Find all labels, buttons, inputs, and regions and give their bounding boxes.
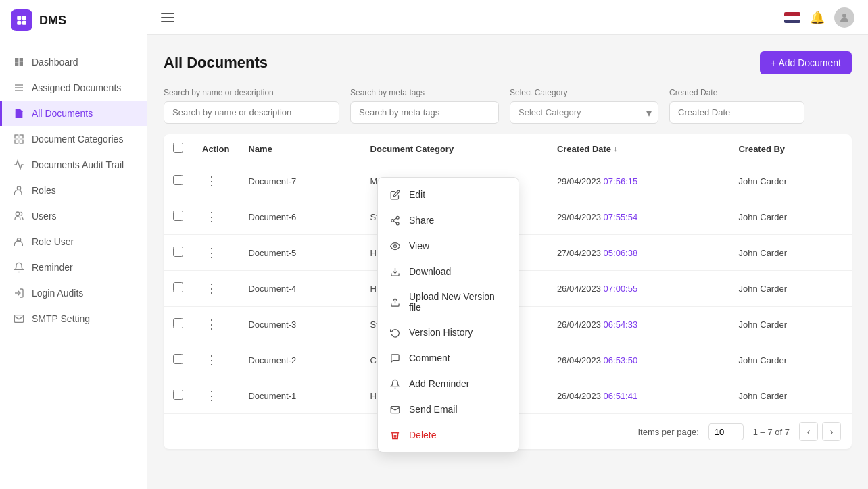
sidebar-item-assigned-documents[interactable]: Assigned Documents — [0, 75, 147, 101]
date-filter-input[interactable] — [669, 101, 804, 124]
row-name: Document-7 — [239, 163, 360, 199]
svg-rect-2 — [17, 21, 21, 25]
context-menu-upload-new-version[interactable]: Upload New Version file — [378, 284, 519, 319]
sidebar-item-all-documents-label: All Documents — [32, 108, 93, 119]
name-search-input[interactable] — [164, 101, 339, 124]
row-date: 26/04/2023 06:54:33 — [548, 307, 729, 342]
sidebar-item-login-audits[interactable]: Login Audits — [0, 280, 147, 306]
row-checkbox-cell — [164, 378, 193, 414]
pagination-nav: ‹ › — [799, 422, 841, 441]
row-created-by: John Carder — [729, 235, 852, 271]
logo-icon — [11, 9, 32, 31]
sidebar-item-role-user[interactable]: Role User — [0, 229, 147, 255]
context-menu-comment[interactable]: Comment — [378, 345, 519, 371]
svg-line-21 — [393, 218, 396, 220]
date-filter-label: Created Date — [669, 88, 804, 97]
context-menu-delete[interactable]: Delete — [378, 422, 519, 448]
context-menu-version-history-label: Version History — [409, 327, 473, 338]
select-all-checkbox[interactable] — [173, 143, 183, 153]
row-checkbox-4[interactable] — [173, 318, 183, 328]
category-select[interactable]: Select Category — [510, 101, 658, 124]
tags-filter-group: Search by meta tags — [350, 88, 499, 124]
sidebar-item-smtp-setting-label: SMTP Setting — [32, 313, 90, 324]
context-menu-send-email[interactable]: Send Email — [378, 396, 519, 422]
items-per-page-input[interactable] — [708, 423, 744, 440]
language-flag-icon[interactable] — [784, 12, 800, 23]
row-checkbox-1[interactable] — [173, 211, 183, 221]
items-per-page-label: Items per page: — [637, 427, 698, 437]
row-action-cell: ⋮ — [193, 307, 239, 342]
sidebar-item-reminder[interactable]: Reminder — [0, 255, 147, 280]
category-filter-group: Select Category Select Category — [510, 88, 658, 124]
row-time: 05:06:38 — [604, 248, 638, 258]
created-date-column-header[interactable]: Created Date ↓ — [548, 134, 729, 163]
row-action-cell: ⋮ — [193, 199, 239, 235]
sidebar-item-documents-audit-trail-label: Documents Audit Trail — [32, 159, 124, 170]
row-created-by: John Carder — [729, 163, 852, 199]
user-avatar[interactable] — [834, 7, 854, 28]
row-action-button-0[interactable]: ⋮ — [202, 172, 221, 190]
context-menu-download[interactable]: Download — [378, 259, 519, 284]
sidebar-item-login-audits-label: Login Audits — [32, 288, 83, 299]
row-checkbox-cell — [164, 342, 193, 378]
context-menu-view[interactable]: View — [378, 233, 519, 259]
tags-filter-label: Search by meta tags — [350, 88, 499, 97]
row-action-button-4[interactable]: ⋮ — [202, 315, 221, 334]
sidebar-item-all-documents[interactable]: All Documents — [0, 101, 147, 126]
sidebar-item-users[interactable]: Users — [0, 203, 147, 229]
notifications-bell-icon[interactable]: 🔔 — [810, 10, 825, 25]
sidebar-item-smtp-setting[interactable]: SMTP Setting — [0, 306, 147, 332]
row-checkbox-0[interactable] — [173, 175, 183, 185]
row-time: 07:55:54 — [604, 212, 638, 222]
svg-line-20 — [393, 221, 396, 222]
row-created-by: John Carder — [729, 199, 852, 235]
sidebar-item-documents-audit-trail[interactable]: Documents Audit Trail — [0, 152, 147, 178]
context-menu-add-reminder[interactable]: Add Reminder — [378, 371, 519, 396]
context-menu-edit[interactable]: Edit — [378, 182, 519, 207]
context-menu-version-history[interactable]: Version History — [378, 319, 519, 345]
svg-rect-9 — [20, 140, 23, 143]
delete-icon — [389, 429, 401, 441]
row-checkbox-6[interactable] — [173, 390, 183, 400]
sidebar-item-dashboard[interactable]: Dashboard — [0, 49, 147, 75]
users-icon — [13, 210, 25, 222]
row-action-button-3[interactable]: ⋮ — [202, 279, 221, 298]
row-action-button-6[interactable]: ⋮ — [202, 386, 221, 405]
row-action-cell: ⋮ — [193, 235, 239, 271]
sidebar-item-roles[interactable]: Roles — [0, 178, 147, 203]
prev-page-button[interactable]: ‹ — [799, 422, 818, 441]
view-icon — [389, 240, 401, 252]
row-action-button-1[interactable]: ⋮ — [202, 207, 221, 226]
hamburger-button[interactable] — [161, 13, 174, 22]
row-action-button-5[interactable]: ⋮ — [202, 351, 221, 369]
context-menu-share[interactable]: Share — [378, 207, 519, 233]
row-time: 06:54:33 — [604, 319, 638, 330]
row-date: 29/04/2023 07:55:54 — [548, 199, 729, 235]
svg-point-12 — [16, 212, 19, 215]
row-checkbox-3[interactable] — [173, 282, 183, 292]
name-column-header: Name — [239, 134, 360, 163]
page-title: All Documents — [164, 54, 268, 72]
next-page-button[interactable]: › — [822, 422, 841, 441]
add-document-button[interactable]: + Add Document — [760, 51, 852, 74]
created-date-label: Created Date — [557, 144, 611, 154]
row-date: 29/04/2023 07:56:15 — [548, 163, 729, 199]
svg-point-11 — [17, 186, 20, 190]
row-time: 07:56:15 — [604, 176, 638, 186]
row-created-by: John Carder — [729, 307, 852, 342]
row-checkbox-5[interactable] — [173, 354, 183, 364]
tags-search-input[interactable] — [350, 101, 499, 124]
row-action-cell: ⋮ — [193, 271, 239, 307]
row-checkbox-2[interactable] — [173, 247, 183, 257]
category-column-header: Document Category — [361, 134, 548, 163]
category-select-wrapper: Select Category — [510, 101, 658, 124]
version-history-icon — [389, 326, 401, 338]
page-header: All Documents + Add Document — [164, 51, 852, 74]
sidebar-item-document-categories[interactable]: Document Categories — [0, 126, 147, 152]
svg-rect-3 — [22, 21, 26, 25]
sidebar-item-roles-label: Roles — [32, 185, 56, 196]
row-action-button-2[interactable]: ⋮ — [202, 243, 221, 262]
share-icon — [389, 214, 401, 226]
row-name: Document-4 — [239, 271, 360, 307]
row-name: Document-6 — [239, 199, 360, 235]
